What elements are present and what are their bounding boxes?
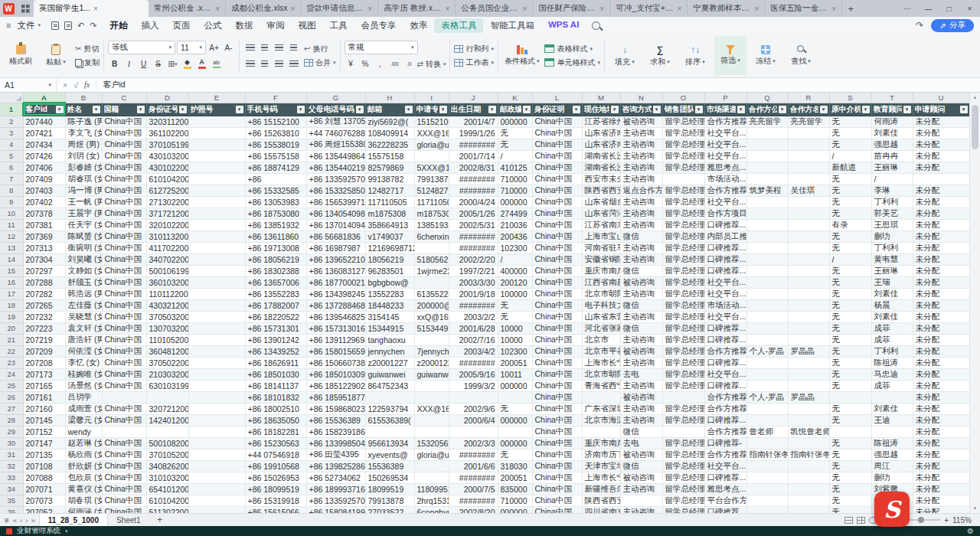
cell[interactable] bbox=[188, 403, 245, 414]
cell[interactable]: +86 18182281 bbox=[245, 426, 306, 437]
cell[interactable]: 未分配 bbox=[913, 116, 969, 127]
cell[interactable]: 200120 bbox=[498, 276, 532, 288]
cell[interactable]: ######## bbox=[449, 242, 498, 253]
cell[interactable]: 未分配 bbox=[913, 185, 969, 196]
zoom-slider-knob[interactable] bbox=[918, 517, 924, 523]
filter-button[interactable]: 筛选▾ bbox=[714, 36, 746, 75]
cell[interactable]: 500108200203035125 bbox=[146, 437, 188, 449]
cell[interactable]: 舒颀玉 (女 bbox=[65, 276, 102, 288]
cell[interactable]: 207282 bbox=[23, 288, 65, 299]
cell[interactable]: 亮亮留学 bbox=[788, 116, 829, 127]
cell[interactable]: 黄韦慧 bbox=[871, 253, 913, 265]
cell[interactable]: 360103200303300725 bbox=[146, 276, 188, 288]
cell[interactable]: 207381 bbox=[23, 219, 65, 230]
cell[interactable]: 微信 bbox=[620, 230, 662, 242]
cell[interactable]: 未分配 bbox=[913, 208, 969, 219]
page-layout-view-icon[interactable] bbox=[857, 517, 865, 524]
cell[interactable]: 360481200304020026 bbox=[146, 345, 188, 357]
cell[interactable]: 2002/3/3 bbox=[449, 437, 498, 449]
menu-tab[interactable]: 数据 bbox=[228, 18, 260, 33]
cell[interactable]: 2003/4/2 bbox=[449, 345, 498, 357]
format-painter-button[interactable]: 格式刷 bbox=[5, 36, 37, 75]
cell[interactable]: 留学总经理 bbox=[662, 230, 704, 242]
cell[interactable]: 刘素佳 bbox=[871, 127, 913, 139]
cell[interactable]: 留学总经理 bbox=[662, 357, 704, 368]
cell[interactable]: ######## bbox=[449, 357, 498, 368]
cell[interactable]: 强思越 bbox=[871, 139, 913, 150]
cell[interactable]: 雅思考点... bbox=[704, 483, 746, 495]
cell[interactable]: 210303200509160922 bbox=[146, 368, 188, 380]
cell[interactable]: 陈祖涛 bbox=[871, 357, 913, 368]
cell[interactable]: +86 1851229020 bbox=[306, 380, 365, 391]
cell[interactable]: 未分配 bbox=[913, 437, 969, 449]
cell[interactable]: 610104200212213421 bbox=[146, 173, 188, 185]
cell[interactable] bbox=[188, 414, 245, 426]
header-cell[interactable]: 原中介机构▾ bbox=[829, 103, 871, 116]
row-number[interactable]: 30 bbox=[0, 437, 23, 449]
menu-tab[interactable]: 视图 bbox=[291, 18, 322, 33]
cell[interactable]: 207409 bbox=[23, 173, 65, 185]
gear-icon[interactable]: ⚙ bbox=[967, 527, 974, 535]
sum-button[interactable]: ∑求和▾ bbox=[644, 36, 676, 75]
cell[interactable]: 无 bbox=[829, 242, 871, 253]
cell[interactable] bbox=[414, 150, 449, 162]
cell[interactable]: 430103200107142529 bbox=[146, 150, 188, 162]
cell[interactable]: 271302200004241413 bbox=[146, 196, 188, 208]
cell[interactable]: 口碑推荐... bbox=[704, 265, 746, 276]
cell[interactable]: 主动咨询 bbox=[620, 380, 662, 391]
cell[interactable]: 615536389( bbox=[365, 414, 414, 426]
cell[interactable]: 207088 bbox=[23, 472, 65, 483]
cell[interactable]: 刘昊曦 (女 bbox=[65, 253, 102, 265]
cell[interactable]: / bbox=[498, 253, 532, 265]
cell[interactable]: +86 1582391866 bbox=[306, 426, 365, 437]
cell[interactable]: +86 18626911 bbox=[245, 357, 306, 368]
filter-icon[interactable]: ▾ bbox=[820, 106, 828, 113]
cell[interactable] bbox=[662, 391, 704, 403]
cell[interactable]: 未分配 bbox=[913, 449, 969, 460]
cell[interactable] bbox=[620, 495, 662, 506]
cell[interactable]: 留学总经理 bbox=[662, 472, 704, 483]
cell[interactable]: +86 bbox=[245, 173, 306, 185]
cell[interactable]: China中国 bbox=[532, 483, 582, 495]
cell[interactable]: / bbox=[498, 150, 532, 162]
cell[interactable]: 曾老师 bbox=[746, 426, 788, 437]
currency-button[interactable]: ¥ bbox=[345, 57, 358, 70]
cell[interactable]: 丁利利 bbox=[871, 345, 913, 357]
cell[interactable]: 96283501 bbox=[365, 265, 414, 276]
cell[interactable]: +86 1354402198 bbox=[306, 162, 365, 173]
cell[interactable]: 何雨涛 bbox=[871, 116, 913, 127]
cell[interactable]: 1997/2/21 bbox=[449, 265, 498, 276]
cell[interactable]: 刘素佳 bbox=[871, 288, 913, 299]
cell[interactable]: 北京市平谷 bbox=[582, 345, 620, 357]
font-size-select[interactable]: 11▾ bbox=[177, 41, 206, 54]
cell[interactable]: 留学总经理 bbox=[662, 276, 704, 288]
underline-button[interactable]: U bbox=[137, 57, 150, 70]
cell[interactable]: China中国 bbox=[532, 380, 582, 391]
cell[interactable]: 10000 bbox=[498, 334, 532, 345]
cell[interactable]: +86 1580156591 bbox=[306, 345, 365, 357]
cell[interactable]: 2001/6/6 bbox=[449, 460, 498, 472]
cell[interactable]: China中国 bbox=[102, 368, 146, 380]
filter-icon[interactable]: ▾ bbox=[611, 106, 619, 113]
cell[interactable]: 胡春琪 (女 bbox=[65, 495, 102, 506]
close-tab-icon[interactable]: × bbox=[600, 5, 605, 13]
cell[interactable] bbox=[746, 437, 788, 449]
cell[interactable]: 上海市宝山 bbox=[582, 230, 620, 242]
cell[interactable]: 2001/4/7 bbox=[449, 116, 498, 127]
cell[interactable]: 微信 bbox=[620, 426, 662, 437]
prev-sheet-icon[interactable]: ‹ bbox=[20, 516, 22, 525]
cell[interactable]: 200000@qq bbox=[414, 299, 449, 311]
cell[interactable]: 山东省济南 bbox=[582, 139, 620, 150]
cell[interactable] bbox=[788, 265, 829, 276]
cell[interactable]: 2002/8/31 bbox=[449, 162, 498, 173]
cell[interactable]: 主动咨询 bbox=[620, 173, 662, 185]
column-header-N[interactable]: N bbox=[620, 93, 662, 103]
cell[interactable]: 留学总经理 bbox=[662, 334, 704, 345]
cell[interactable]: 207378 bbox=[23, 208, 65, 219]
cell[interactable]: 陕西省西安 bbox=[582, 495, 620, 506]
cell[interactable] bbox=[188, 208, 245, 219]
cell[interactable]: ######## bbox=[449, 449, 498, 460]
cell[interactable]: +86 13611860 bbox=[245, 230, 306, 242]
cell[interactable]: China中国 bbox=[532, 345, 582, 357]
cell[interactable] bbox=[788, 414, 829, 426]
